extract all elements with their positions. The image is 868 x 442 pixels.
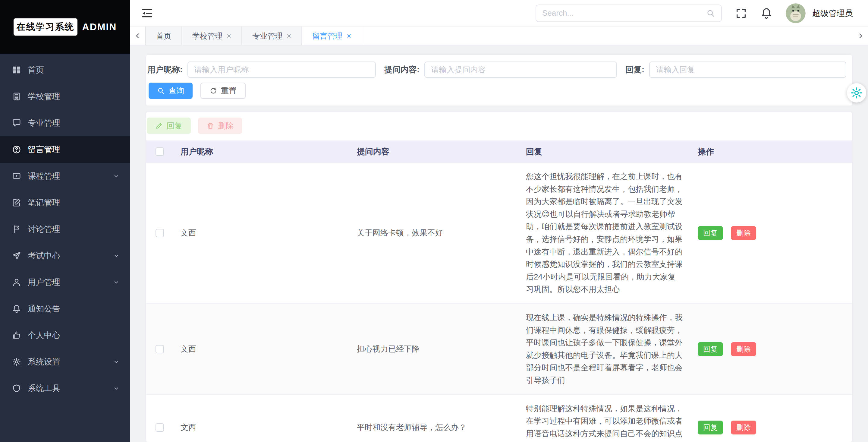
cell-reply: 特别能理解这种特殊情况，如果是这种情况，在学习过程中有困难，可以添加老师微信或者…: [519, 395, 690, 442]
flag-icon: [12, 225, 21, 234]
page-content: 用户昵称: 提问内容: 回复: 查询: [130, 46, 868, 442]
sidebar-item-school[interactable]: 学校管理: [0, 83, 130, 110]
reply-input[interactable]: [649, 61, 846, 78]
close-icon[interactable]: ×: [227, 32, 231, 40]
current-user-name[interactable]: 超级管理员: [812, 8, 853, 19]
tab-label: 学校管理: [192, 31, 222, 41]
sidebar-item-label: 首页: [28, 64, 120, 76]
sidebar-item-label: 考试中心: [28, 250, 113, 261]
sidebar-item-profile[interactable]: 个人中心: [0, 322, 130, 349]
row-checkbox[interactable]: [156, 229, 164, 237]
settings-gear-icon: [850, 87, 863, 99]
cell-reply: 现在线上课，确实是特殊情况的特殊操作，我们课程中间休息，有眼保健操，缓解眼疲劳，…: [519, 304, 690, 394]
nickname-input[interactable]: [187, 61, 376, 78]
sidebar-item-message[interactable]: 留言管理: [0, 136, 130, 163]
sidebar-item-discussion[interactable]: 讨论管理: [0, 216, 130, 242]
table-row: 文西 担心视力已经下降 现在线上课，确实是特殊情况的特殊操作，我们课程中间休息，…: [146, 304, 852, 395]
sidebar-item-notes[interactable]: 笔记管理: [0, 189, 130, 216]
sidebar-item-settings[interactable]: 系统设置: [0, 349, 130, 375]
header-search: [535, 4, 722, 22]
row-checkbox[interactable]: [156, 345, 164, 353]
bulk-delete-label: 删除: [218, 121, 234, 131]
tags-view-bar: 首页 学校管理 × 专业管理 × 留言管理 ×: [130, 27, 868, 46]
sidebar-fold-icon[interactable]: [141, 7, 153, 19]
sidebar-item-label: 个人中心: [28, 330, 120, 341]
row-delete-button[interactable]: 删除: [731, 342, 756, 356]
tab-label: 留言管理: [312, 31, 342, 41]
theme-settings-fab[interactable]: [847, 83, 866, 102]
cell-nickname: 文西: [173, 422, 350, 433]
table-row: 文西 关于网络卡顿，效果不好 您这个担忧我很能理解，在之前上课时，也有不少家长都…: [146, 163, 852, 304]
sidebar-item-label: 课程管理: [28, 171, 113, 181]
app-logo-secondary: ADMIN: [82, 21, 117, 33]
user-avatar[interactable]: [786, 3, 806, 23]
tab-school[interactable]: 学校管理 ×: [182, 27, 242, 45]
reply-label: 回复:: [625, 64, 644, 75]
tab-message[interactable]: 留言管理 ×: [302, 27, 362, 45]
notification-bell-icon[interactable]: [761, 7, 772, 19]
tab-label: 专业管理: [252, 31, 282, 41]
sidebar-item-label: 系统设置: [28, 356, 113, 367]
sidebar-item-label: 笔记管理: [28, 197, 120, 208]
sidebar-item-label: 专业管理: [28, 118, 120, 128]
tabs-scroll-left[interactable]: [130, 27, 145, 45]
cell-question: 关于网络卡顿，效果不好: [350, 228, 519, 238]
question-input[interactable]: [424, 61, 617, 78]
chevron-down-icon: [113, 385, 120, 392]
close-icon[interactable]: ×: [347, 32, 351, 40]
cell-actions: 回复 删除: [690, 421, 852, 435]
row-delete-button[interactable]: 删除: [731, 226, 756, 240]
table-toolbar: 回复 删除: [146, 118, 852, 141]
sidebar-item-label: 留言管理: [28, 144, 120, 155]
grid-icon: [12, 65, 21, 75]
row-delete-button[interactable]: 删除: [731, 421, 756, 435]
sidebar-item-label: 讨论管理: [28, 224, 120, 235]
bulk-reply-button[interactable]: 回复: [147, 118, 191, 134]
tab-major[interactable]: 专业管理 ×: [242, 27, 302, 45]
row-checkbox-cell: [146, 423, 173, 432]
sidebar-item-notice[interactable]: 通知公告: [0, 295, 130, 322]
sidebar-item-exam[interactable]: 考试中心: [0, 242, 130, 269]
fullscreen-icon[interactable]: [735, 7, 747, 19]
course-icon: [12, 172, 21, 181]
sidebar-item-tools[interactable]: 系统工具: [0, 375, 130, 402]
trash-icon: [207, 122, 214, 130]
bell-icon: [12, 304, 21, 313]
sidebar-item-users[interactable]: 用户管理: [0, 269, 130, 295]
bulk-delete-button[interactable]: 删除: [198, 118, 242, 134]
refresh-icon: [210, 87, 217, 95]
filter-card: 用户昵称: 提问内容: 回复: 查询: [146, 55, 852, 106]
tab-label: 首页: [156, 31, 171, 41]
filter-row: 用户昵称: 提问内容: 回复:: [147, 61, 845, 78]
column-header-actions: 操作: [690, 146, 852, 157]
edit-icon: [155, 122, 163, 130]
row-checkbox[interactable]: [156, 423, 164, 432]
chevron-down-icon: [113, 173, 120, 180]
sidebar-item-course[interactable]: 课程管理: [0, 163, 130, 189]
sidebar-item-label: 通知公告: [28, 303, 120, 314]
search-button[interactable]: 查询: [149, 83, 193, 99]
header-checkbox-cell: [146, 147, 173, 156]
search-input[interactable]: [542, 8, 706, 18]
column-header-nickname: 用户昵称: [173, 146, 350, 157]
chat-icon: [12, 118, 21, 127]
row-reply-button[interactable]: 回复: [698, 342, 723, 356]
column-header-question: 提问内容: [350, 146, 519, 157]
avatar-image: [786, 3, 806, 23]
cell-actions: 回复 删除: [690, 226, 852, 240]
sidebar-item-label: 用户管理: [28, 277, 113, 288]
filter-nickname: 用户昵称:: [147, 61, 376, 78]
row-reply-button[interactable]: 回复: [698, 226, 723, 240]
cell-reply: 您这个担忧我很能理解，在之前上课时，也有不少家长都有这种情况发生，包括我们老师，…: [519, 163, 690, 303]
tab-home[interactable]: 首页: [145, 27, 182, 45]
sidebar-item-major[interactable]: 专业管理: [0, 110, 130, 136]
tabs-scroll-right[interactable]: [853, 27, 868, 45]
chevron-right-icon: [857, 32, 864, 40]
reset-button[interactable]: 重置: [200, 83, 246, 99]
row-reply-button[interactable]: 回复: [698, 421, 723, 435]
sidebar: 在线学习系统 ADMIN 首页 学校管理 专业管理 留言管理: [0, 0, 130, 442]
sidebar-item-home[interactable]: 首页: [0, 57, 130, 83]
close-icon[interactable]: ×: [287, 32, 291, 40]
select-all-checkbox[interactable]: [156, 147, 164, 156]
app-logo-primary: 在线学习系统: [13, 19, 78, 36]
